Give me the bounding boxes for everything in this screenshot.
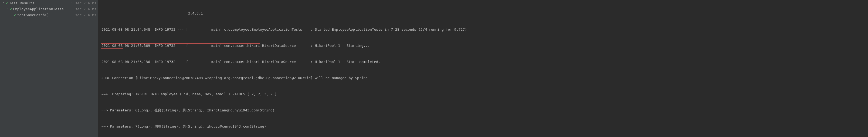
- tree-node-label: Test Results: [9, 1, 69, 5]
- check-icon: ✔: [9, 7, 13, 11]
- chevron-down-icon[interactable]: ˅: [2, 2, 5, 5]
- console-output[interactable]: 3.4.3.1 2021-08-08 08:21:04.648 INFO 197…: [98, 0, 868, 137]
- tree-node-time: 1 sec 716 ms: [69, 1, 96, 5]
- root-panel: ˅ ✔ Test Results 1 sec 716 ms ˅ ✔ Employ…: [0, 0, 868, 137]
- check-icon: ✔: [5, 1, 9, 5]
- console-line: ==> Parameters: 6(Long), 张良(String), 男(S…: [101, 108, 865, 113]
- test-results-tree[interactable]: ˅ ✔ Test Results 1 sec 716 ms ˅ ✔ Employ…: [0, 0, 98, 137]
- tree-node-label: testSaveBatch(): [17, 13, 69, 17]
- console-line: 2021-08-08 08:21:06.136 INFO 19732 --- […: [101, 59, 865, 64]
- console-line: ==> Preparing: INSERT INTO employee ( id…: [101, 92, 865, 97]
- console-line: 2021-08-08 08:21:04.648 INFO 19732 --- […: [101, 27, 865, 32]
- tree-node-label: EmployeeApplicationTests: [13, 7, 69, 11]
- tree-node-time: 1 sec 716 ms: [69, 13, 96, 17]
- tree-suite-node[interactable]: ˅ ✔ EmployeeApplicationTests 1 sec 716 m…: [0, 6, 98, 12]
- console-line: ==> Parameters: 7(Long), 周瑜(String), 男(S…: [101, 124, 865, 129]
- tree-test-node[interactable]: ✔ testSaveBatch() 1 sec 716 ms: [0, 12, 98, 18]
- tree-root-node[interactable]: ˅ ✔ Test Results 1 sec 716 ms: [0, 0, 98, 6]
- tree-node-time: 1 sec 716 ms: [69, 7, 96, 11]
- console-line: 3.4.3.1: [101, 11, 865, 16]
- chevron-down-icon[interactable]: ˅: [5, 7, 9, 10]
- check-icon: ✔: [13, 13, 17, 17]
- console-line: JDBC Connection [HikariProxyConnection@2…: [101, 75, 865, 81]
- console-line: 2021-08-08 08:21:05.369 INFO 19732 --- […: [101, 43, 865, 48]
